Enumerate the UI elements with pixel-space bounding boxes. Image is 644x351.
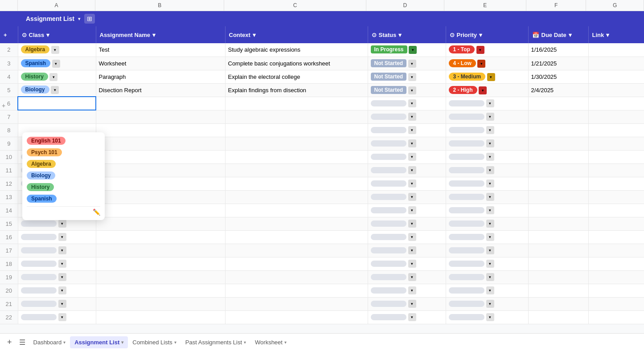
- dropdown-option-spanish[interactable]: Spanish: [27, 195, 100, 203]
- status-dropdown-3[interactable]: ▾: [408, 60, 416, 68]
- status-badge-5[interactable]: Not Started: [371, 86, 407, 94]
- class-badge-biology[interactable]: Biology: [21, 86, 49, 94]
- class-field-chevron[interactable]: ▾: [46, 32, 49, 38]
- status-dropdown-4[interactable]: ▾: [408, 73, 416, 81]
- class-cell-6[interactable]: [18, 97, 96, 110]
- priority-cell-5[interactable]: 2 - High ▾: [446, 83, 528, 97]
- link-cell-3[interactable]: [588, 57, 644, 70]
- due-date-cell-2[interactable]: 1/16/2025: [528, 43, 588, 57]
- priority-badge-4[interactable]: 3 - Medium: [449, 73, 486, 81]
- edit-options-icon[interactable]: ✏️: [93, 208, 100, 216]
- tab-assignment-list[interactable]: Assignment List ▾: [70, 336, 128, 348]
- status-field-chevron[interactable]: ▾: [398, 32, 402, 38]
- class-cell-2[interactable]: Algebra ▾: [18, 43, 96, 57]
- dropdown-option-english101[interactable]: English 101: [27, 137, 100, 145]
- status-dd-7[interactable]: ▾: [408, 113, 416, 121]
- due-date-cell-6[interactable]: [528, 97, 588, 110]
- status-badge-3[interactable]: Not Started: [371, 59, 407, 67]
- priority-cell-2[interactable]: 1 - Top ▾: [446, 43, 528, 57]
- tab-worksheet[interactable]: Worksheet ▾: [250, 336, 291, 348]
- context-cell-6[interactable]: [225, 97, 368, 110]
- priority-cell-6[interactable]: ▾: [446, 97, 528, 110]
- assignment-name-cell-5[interactable]: Disection Report: [96, 83, 225, 97]
- field-link[interactable]: Link ▾: [588, 26, 644, 43]
- due-date-cell-5[interactable]: 2/4/2025: [528, 83, 588, 97]
- tab-past-assignments-list[interactable]: Past Assignments List ▾: [181, 336, 250, 348]
- context-cell-4[interactable]: Explain the electoral college: [225, 70, 368, 83]
- assignment-name-cell-2[interactable]: Test: [96, 43, 225, 57]
- context-cell-5[interactable]: Explain findings from disection: [225, 83, 368, 97]
- status-dropdown-5[interactable]: ▾: [408, 86, 416, 94]
- status-dd-6[interactable]: ▾: [408, 99, 416, 107]
- field-class[interactable]: ⊙ Class ▾: [18, 26, 96, 43]
- class-dropdown-3[interactable]: ▾: [52, 60, 60, 68]
- sheet-menu-button[interactable]: ☰: [16, 336, 29, 348]
- field-context[interactable]: Context ▾: [225, 26, 368, 43]
- link-cell-5[interactable]: [588, 83, 644, 97]
- priority-dropdown-2[interactable]: ▾: [476, 46, 484, 54]
- assignment-field-chevron[interactable]: ▾: [152, 32, 156, 38]
- tab-dashboard-chevron[interactable]: ▾: [63, 340, 66, 345]
- priority-dropdown-4[interactable]: ▾: [487, 73, 495, 81]
- tab-combined-lists[interactable]: Combined Lists ▾: [128, 336, 181, 348]
- grid-view-icon[interactable]: ⊞: [84, 14, 95, 24]
- assignment-name-cell-3[interactable]: Worksheet: [96, 57, 225, 70]
- tab-worksheet-chevron[interactable]: ▾: [284, 340, 287, 345]
- class-dropdown-popup[interactable]: English 101 Psych 101 Algebra Biology Hi…: [22, 132, 105, 220]
- tab-dashboard[interactable]: Dashboard ▾: [29, 336, 70, 348]
- status-badge-2[interactable]: In Progress: [371, 45, 407, 53]
- add-row-icon[interactable]: +: [4, 32, 7, 38]
- priority-field-chevron[interactable]: ▾: [479, 32, 482, 38]
- context-field-chevron[interactable]: ▾: [253, 32, 256, 38]
- class-dropdown-4[interactable]: ▾: [49, 73, 57, 81]
- status-cell-6[interactable]: ▾: [368, 97, 446, 110]
- add-row-6[interactable]: +: [2, 102, 5, 109]
- add-sheet-button[interactable]: +: [4, 336, 16, 349]
- context-cell-3[interactable]: Complete basic conjugations worksheet: [225, 57, 368, 70]
- status-dropdown-2[interactable]: ▾: [409, 46, 417, 54]
- priority-dropdown-3[interactable]: ▾: [477, 60, 485, 68]
- link-field-chevron[interactable]: ▾: [606, 32, 609, 38]
- link-cell-7[interactable]: [588, 110, 644, 123]
- class-badge-algebra[interactable]: Algebra: [21, 45, 50, 53]
- due-date-field-chevron[interactable]: ▾: [569, 32, 572, 38]
- field-due-date[interactable]: 📅 Due Date ▾: [528, 26, 588, 43]
- class-cell-4[interactable]: History ▾: [18, 70, 96, 83]
- dropdown-option-biology[interactable]: Biology: [27, 171, 100, 180]
- priority-dropdown-5[interactable]: ▾: [479, 86, 487, 94]
- status-cell-7[interactable]: ▾: [368, 110, 446, 123]
- priority-badge-2[interactable]: 1 - Top: [449, 45, 475, 53]
- link-cell-6[interactable]: [588, 97, 644, 110]
- priority-cell-3[interactable]: 4 - Low ▾: [446, 57, 528, 70]
- class-cell-3[interactable]: Spanish ▾: [18, 57, 96, 70]
- class-cell-7[interactable]: [18, 110, 96, 123]
- status-cell-2[interactable]: In Progress ▾: [368, 43, 446, 57]
- dropdown-option-algebra[interactable]: Algebra: [27, 160, 100, 168]
- class-dropdown-5[interactable]: ▾: [51, 86, 59, 94]
- status-cell-5[interactable]: Not Started ▾: [368, 83, 446, 97]
- priority-badge-3[interactable]: 4 - Low: [449, 59, 476, 67]
- link-cell-4[interactable]: [588, 70, 644, 83]
- status-cell-3[interactable]: Not Started ▾: [368, 57, 446, 70]
- status-cell-4[interactable]: Not Started ▾: [368, 70, 446, 83]
- tab-past-assignments-chevron[interactable]: ▾: [244, 340, 246, 345]
- field-priority[interactable]: ⊙ Priority ▾: [446, 26, 528, 43]
- assignment-name-cell-4[interactable]: Paragraph: [96, 70, 225, 83]
- due-date-cell-7[interactable]: [528, 110, 588, 123]
- link-cell-2[interactable]: [588, 43, 644, 57]
- context-cell-2[interactable]: Study algebraic expressions: [225, 43, 368, 57]
- priority-dd-7[interactable]: ▾: [486, 113, 494, 121]
- class-cell-5[interactable]: Biology ▾: [18, 83, 96, 97]
- class-badge-history[interactable]: History: [21, 73, 48, 81]
- field-assignment-name[interactable]: Assignment Name ▾: [96, 26, 225, 43]
- priority-cell-4[interactable]: 3 - Medium ▾: [446, 70, 528, 83]
- tab-combined-lists-chevron[interactable]: ▾: [174, 340, 176, 345]
- field-status[interactable]: ⊙ Status ▾: [368, 26, 446, 43]
- due-date-cell-4[interactable]: 1/30/2025: [528, 70, 588, 83]
- class-dropdown-2[interactable]: ▾: [51, 46, 59, 54]
- class-badge-spanish[interactable]: Spanish: [21, 59, 51, 67]
- assignment-name-cell-7[interactable]: [96, 110, 225, 123]
- tab-assignment-list-chevron[interactable]: ▾: [121, 340, 123, 345]
- status-badge-4[interactable]: Not Started: [371, 73, 407, 81]
- dropdown-option-history[interactable]: History: [27, 183, 100, 191]
